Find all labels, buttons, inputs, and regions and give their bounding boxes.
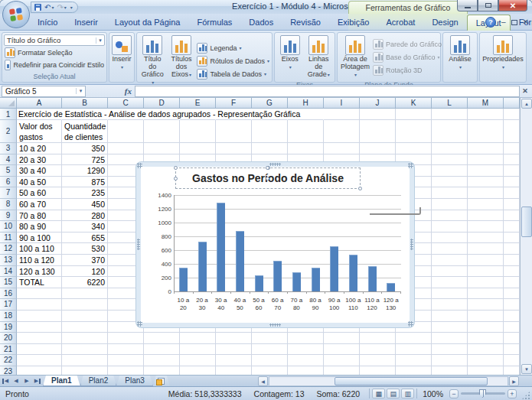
cell-A20[interactable] <box>17 333 62 344</box>
cell-J1[interactable] <box>360 109 396 120</box>
cell-L20[interactable] <box>432 333 468 344</box>
cell-M14[interactable] <box>468 266 504 278</box>
cell-B18[interactable] <box>62 311 108 322</box>
analysis-button[interactable]: Análise▾ <box>447 34 473 80</box>
cell-F2[interactable] <box>216 120 252 143</box>
redo-button[interactable]: ↷▾ <box>57 3 66 12</box>
properties-button[interactable]: Propriedades▾ <box>481 34 525 80</box>
cell-F22[interactable] <box>216 355 252 366</box>
reset-to-match-style-button[interactable]: Redefinir para Coincidir Estilo <box>4 59 105 70</box>
resize-grip[interactable] <box>521 391 530 400</box>
row-header-14[interactable]: 14 <box>0 266 17 278</box>
cell-partial-9[interactable] <box>504 210 520 222</box>
cell-K22[interactable] <box>396 355 432 366</box>
cell-L11[interactable] <box>432 233 468 244</box>
title-selection-handle[interactable] <box>358 187 362 190</box>
scroll-up-icon[interactable]: ▲ <box>521 99 532 109</box>
legend-button[interactable]: Legenda▾ <box>196 42 270 54</box>
name-box[interactable]: Gráfico 5 ▾ <box>2 86 86 97</box>
chart-bar-70-a-80[interactable] <box>292 272 301 291</box>
cell-A9[interactable]: 70 a 80 <box>17 210 62 222</box>
cell-partial-15[interactable] <box>504 277 520 288</box>
column-header-c[interactable]: C <box>108 98 144 109</box>
insert-worksheet-button[interactable] <box>153 376 170 386</box>
row-header-23[interactable]: 23 <box>0 366 17 375</box>
column-header-k[interactable]: K <box>396 98 432 109</box>
insert-button[interactable]: Inserir▾ <box>110 34 133 80</box>
chart-elements-dropdown[interactable]: Título do Gráfico ▾ <box>4 34 105 46</box>
cell-M12[interactable] <box>468 243 504 255</box>
chart-frame-grip[interactable] <box>408 163 413 168</box>
chart-frame-grip[interactable] <box>410 239 413 250</box>
prev-sheet-button[interactable]: ◀ <box>11 376 21 386</box>
cell-I2[interactable] <box>324 120 360 143</box>
chart-frame-grip[interactable] <box>269 324 281 327</box>
cell-B7[interactable]: 235 <box>62 187 108 199</box>
formula-row-close-icon[interactable]: ✕ <box>520 87 530 95</box>
cell-partial-5[interactable] <box>504 165 520 177</box>
cell-partial-20[interactable] <box>504 333 520 344</box>
cell-I1[interactable] <box>324 109 360 120</box>
maximize-button[interactable] <box>478 0 498 11</box>
column-header-g[interactable]: G <box>252 98 288 109</box>
cell-A13[interactable]: 110 a 120 <box>17 255 62 266</box>
row-header-3[interactable]: 3 <box>0 143 17 154</box>
cell-B4[interactable]: 725 <box>62 154 108 166</box>
tab-layout-da-pagina[interactable]: Layout da Página <box>106 15 189 31</box>
cell-H22[interactable] <box>288 355 324 366</box>
cell-M5[interactable] <box>468 165 504 177</box>
cell-I21[interactable] <box>324 344 360 356</box>
cell-L21[interactable] <box>432 344 468 356</box>
cell-E22[interactable] <box>180 355 216 366</box>
insert-function-button[interactable]: fx <box>125 86 132 96</box>
chart-object[interactable]: Gastos no Período de Análise 02004006008… <box>136 162 414 327</box>
cell-F21[interactable] <box>216 344 252 356</box>
cell-L14[interactable] <box>432 266 468 278</box>
cell-M20[interactable] <box>468 333 504 344</box>
save-button[interactable] <box>34 4 41 11</box>
cell-M1[interactable] <box>468 109 504 120</box>
cell-partial-14[interactable] <box>504 266 520 278</box>
row-header-2[interactable]: 2 <box>0 120 17 143</box>
cell-A15[interactable]: TOTAL <box>17 277 62 288</box>
cell-F23[interactable] <box>216 366 252 375</box>
cell-B13[interactable]: 370 <box>62 255 108 266</box>
cell-H2[interactable] <box>288 120 324 143</box>
cell-L13[interactable] <box>432 255 468 266</box>
cell-partial-1[interactable] <box>504 109 520 120</box>
cell-K2[interactable] <box>396 120 432 143</box>
cell-M23[interactable] <box>468 366 504 375</box>
cell-G2[interactable] <box>252 120 288 143</box>
column-header-b[interactable]: B <box>62 98 108 109</box>
cell-B11[interactable]: 655 <box>62 233 108 244</box>
cell-L16[interactable] <box>432 288 468 300</box>
cell-C20[interactable] <box>108 333 144 344</box>
cell-L3[interactable] <box>432 143 468 154</box>
qat-customize-button[interactable]: ▾ <box>70 3 73 12</box>
column-header-l[interactable]: L <box>432 98 468 109</box>
cell-G21[interactable] <box>252 344 288 356</box>
cell-B12[interactable]: 530 <box>62 243 108 255</box>
cell-L23[interactable] <box>432 366 468 375</box>
cell-M18[interactable] <box>468 311 504 322</box>
first-sheet-button[interactable]: ◀ <box>0 376 11 386</box>
cell-A3[interactable]: 10 a 20 <box>17 143 62 154</box>
format-selection-button[interactable]: Formatar Seleção <box>4 47 105 58</box>
column-header-a[interactable]: A <box>17 98 62 109</box>
cell-B2[interactable]: Quantidade de clientes <box>62 120 108 143</box>
cell-D20[interactable] <box>144 333 180 344</box>
cell-H23[interactable] <box>288 366 324 375</box>
cell-B23[interactable] <box>62 366 108 375</box>
column-header-partial[interactable] <box>504 98 520 109</box>
column-header-f[interactable]: F <box>216 98 252 109</box>
sheet-tab-plan1[interactable]: Plan1 <box>43 376 80 386</box>
cell-C22[interactable] <box>108 355 144 366</box>
cell-E2[interactable] <box>180 120 216 143</box>
cell-G3[interactable] <box>252 143 288 154</box>
cell-B10[interactable]: 340 <box>62 221 108 233</box>
view-page-layout-button[interactable]: ▤ <box>387 389 400 398</box>
cell-A21[interactable] <box>17 344 62 356</box>
zoom-thumb[interactable] <box>479 389 486 398</box>
cell-M16[interactable] <box>468 288 504 300</box>
cell-L7[interactable] <box>432 187 468 199</box>
